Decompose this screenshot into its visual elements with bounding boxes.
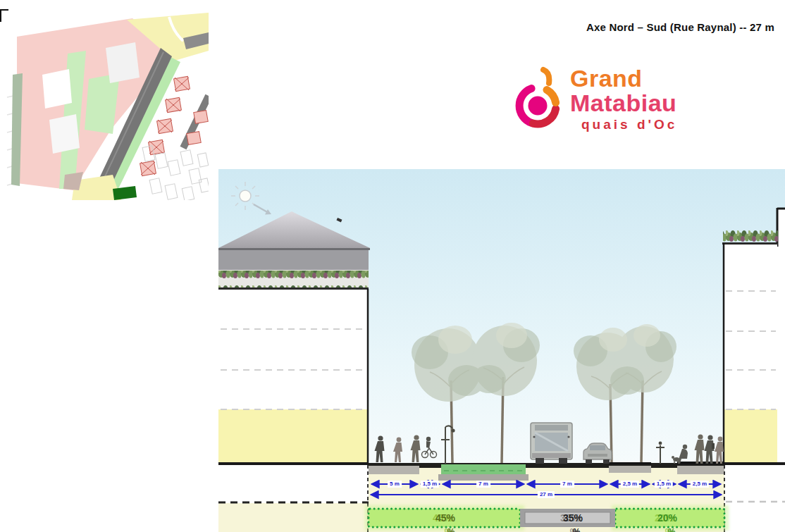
sidewalk-right	[677, 466, 724, 474]
share-label-35: 35%	[563, 512, 583, 524]
left-roof-band	[218, 250, 369, 271]
street-cross-section: 5 m 1,5 m 7 m 7 m 2,5 m 1,5 m 2,5 m 27 m…	[218, 169, 785, 532]
sidewalk-left	[369, 466, 419, 474]
logo-word-grand: Grand	[570, 66, 677, 90]
median-right	[609, 466, 651, 473]
dim-label-2-5m: 2,5 m	[621, 481, 639, 488]
green-lane-base	[438, 474, 529, 481]
road-surface	[369, 463, 724, 468]
map-building	[106, 42, 140, 83]
right-roof-garden	[723, 224, 778, 244]
slide: Axe Nord – Sud (Rue Raynal) -- 27 m Gran…	[0, 0, 785, 532]
dim-label-1-5m-b: 1,5 m	[655, 481, 673, 488]
share-label-20: 20%	[657, 512, 677, 524]
dim-label-7m: 7 m	[476, 481, 490, 488]
site-plan-map	[6, 13, 209, 200]
dim-label-total: 27 m	[538, 491, 555, 498]
green-lane	[441, 464, 526, 474]
map-building	[49, 114, 80, 154]
share-cut-20: %	[668, 527, 676, 532]
logo-tagline: quais d'Oc	[581, 118, 677, 131]
left-facade	[218, 290, 368, 409]
logo-ring-icon	[512, 66, 567, 137]
right-ground-floor	[724, 409, 777, 463]
share-label-45: 45%	[435, 512, 455, 524]
dim-label-5m: 5 m	[388, 481, 402, 488]
left-ground-floor	[218, 409, 368, 463]
share-cut-45: %	[447, 527, 455, 532]
bus	[531, 423, 572, 464]
share-cut-35: %	[573, 527, 581, 532]
right-building	[722, 208, 785, 465]
dim-label-7m-b: 7 m	[560, 481, 574, 488]
page-title: Axe Nord – Sud (Rue Raynal) -- 27 m	[586, 21, 774, 33]
map-building	[42, 69, 72, 109]
dim-label-2-5m-b: 2,5 m	[691, 481, 709, 488]
left-roof-garden	[218, 271, 369, 289]
logo-word-matabiau: Matabiau	[570, 91, 677, 115]
left-building	[218, 211, 370, 465]
grand-matabiau-logo: Grand Matabiau quais d'Oc	[512, 65, 717, 139]
cross-section-drawing	[218, 169, 785, 532]
right-facade	[724, 245, 777, 409]
dim-label-1-5m: 1,5 m	[421, 481, 439, 488]
